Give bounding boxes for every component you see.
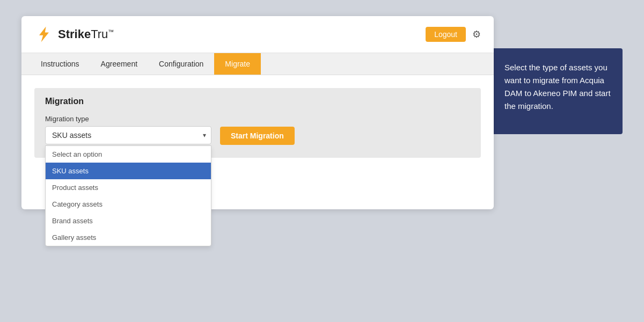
tab-agreement[interactable]: Agreement bbox=[90, 53, 148, 75]
info-panel-text: Select the type of assets you want to mi… bbox=[504, 63, 611, 111]
logo-area: StrikeTru™ bbox=[34, 25, 114, 44]
migration-form: Migration type Select an option SKU asse… bbox=[45, 115, 470, 145]
dropdown-item-gallery-assets[interactable]: Gallery assets bbox=[46, 229, 211, 246]
migration-type-label: Migration type bbox=[45, 115, 211, 123]
nav-tabs: Instructions Agreement Configuration Mig… bbox=[21, 53, 494, 75]
migration-type-group: Migration type Select an option SKU asse… bbox=[45, 115, 211, 144]
app-header: StrikeTru™ Logout ⚙ bbox=[21, 16, 494, 53]
info-panel: Select the type of assets you want to mi… bbox=[494, 48, 623, 134]
content-area: Migration Migration type Select an optio… bbox=[21, 75, 494, 171]
app-card: StrikeTru™ Logout ⚙ Instructions Agreeme… bbox=[21, 16, 494, 209]
dropdown-item-product-assets[interactable]: Product assets bbox=[46, 179, 211, 196]
section-title: Migration bbox=[45, 97, 470, 106]
dropdown-item-category-assets[interactable]: Category assets bbox=[46, 196, 211, 213]
tab-instructions[interactable]: Instructions bbox=[30, 53, 90, 75]
migration-section: Migration Migration type Select an optio… bbox=[34, 88, 481, 158]
dropdown-item-select-option[interactable]: Select an option bbox=[46, 146, 211, 163]
gear-icon[interactable]: ⚙ bbox=[472, 28, 481, 40]
logo-icon bbox=[34, 25, 54, 44]
start-migration-button[interactable]: Start Migration bbox=[220, 127, 295, 145]
header-actions: Logout ⚙ bbox=[426, 27, 481, 42]
tab-configuration[interactable]: Configuration bbox=[148, 53, 214, 75]
main-wrapper: StrikeTru™ Logout ⚙ Instructions Agreeme… bbox=[0, 0, 644, 322]
dropdown-item-sku-assets[interactable]: SKU assets bbox=[46, 163, 211, 179]
logout-button[interactable]: Logout bbox=[426, 27, 466, 42]
select-wrapper: Select an option SKU assets Product asse… bbox=[45, 126, 211, 144]
dropdown-item-brand-assets[interactable]: Brand assets bbox=[46, 213, 211, 229]
logo-text: StrikeTru™ bbox=[58, 27, 114, 41]
tab-migrate[interactable]: Migrate bbox=[214, 53, 261, 75]
migration-type-select[interactable]: Select an option SKU assets Product asse… bbox=[45, 126, 211, 144]
dropdown-overlay: Select an option SKU assets Product asse… bbox=[45, 145, 211, 246]
